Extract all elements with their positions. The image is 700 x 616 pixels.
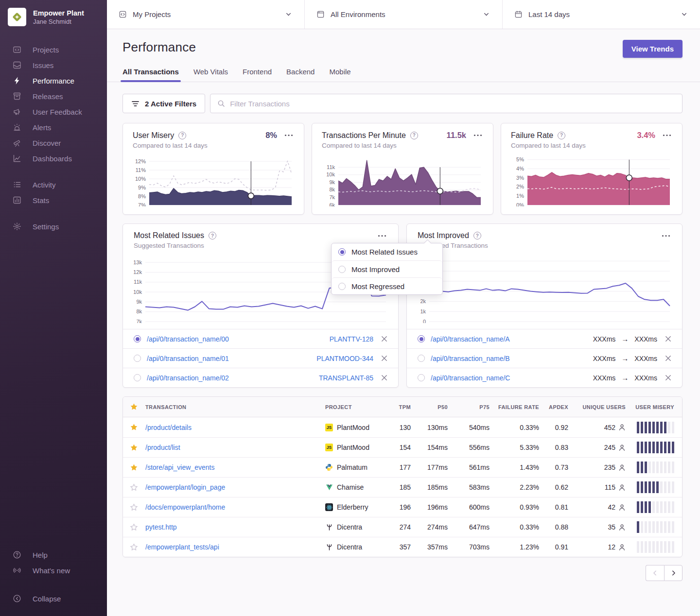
user-misery-chart[interactable]: 12%11%10%9%8%7%: [133, 155, 294, 206]
sidebar-item-stats[interactable]: Stats: [0, 192, 107, 208]
menu-item-most-regressed[interactable]: Most Regressed: [332, 277, 442, 294]
more-options-button[interactable]: [662, 133, 672, 137]
project-cell: Dicentra: [324, 523, 392, 531]
transaction-radio[interactable]: [134, 355, 141, 362]
help-icon[interactable]: ?: [209, 232, 216, 240]
sidebar-item-projects[interactable]: Projects: [0, 42, 107, 57]
star-toggle[interactable]: [123, 423, 144, 431]
star-toggle[interactable]: [123, 543, 144, 551]
column-header[interactable]: APDEX: [544, 404, 573, 410]
star-toggle[interactable]: [123, 503, 144, 512]
transaction-radio[interactable]: [418, 374, 425, 381]
column-header[interactable]: TRANSACTION: [144, 404, 324, 410]
org-switcher[interactable]: Empower Plant Jane Schmidt: [0, 8, 107, 26]
star-toggle[interactable]: [123, 523, 144, 531]
card-title: User Misery: [133, 131, 174, 140]
project-cell: Palmatum: [324, 463, 392, 471]
column-header[interactable]: P75: [453, 404, 494, 410]
help-icon[interactable]: ?: [558, 132, 565, 139]
close-icon[interactable]: [381, 355, 387, 361]
transaction-link[interactable]: /store/api_view_events: [145, 463, 323, 471]
sidebar-item-whats-new[interactable]: What's new: [0, 563, 107, 578]
next-page-button[interactable]: [664, 565, 682, 581]
tab-mobile[interactable]: Mobile: [329, 68, 350, 82]
close-icon[interactable]: [665, 375, 671, 381]
star-toggle[interactable]: [123, 463, 144, 472]
issue-tag-link[interactable]: PLANTTV-128: [330, 335, 373, 343]
column-header[interactable]: UNIQUE USERS: [573, 404, 630, 410]
tab-backend[interactable]: Backend: [286, 68, 315, 82]
help-icon[interactable]: ?: [178, 132, 186, 139]
close-icon[interactable]: [381, 336, 387, 342]
sidebar-item-label: Performance: [33, 77, 74, 85]
transaction-link[interactable]: /api/0/transaction_name/00: [147, 335, 324, 343]
more-options-button[interactable]: [283, 133, 294, 137]
menu-item-most-improved[interactable]: Most Improved: [332, 260, 442, 277]
transaction-link[interactable]: /api/0/transaction_name/01: [147, 355, 311, 362]
user-misery-cell: [630, 422, 682, 433]
sidebar-item-discover[interactable]: Discover: [0, 135, 107, 151]
transaction-radio[interactable]: [418, 335, 425, 342]
view-trends-button[interactable]: View Trends: [623, 40, 682, 58]
tpm-chart[interactable]: 11k10k9k8k7k6k: [322, 155, 483, 206]
transaction-link[interactable]: /docs/empowerplant/home: [145, 503, 323, 511]
issue-tag-link[interactable]: TRANSPLANT-85: [319, 374, 373, 382]
transaction-link[interactable]: /api/0/transaction_name/C: [431, 374, 587, 382]
sidebar-item-activity[interactable]: Activity: [0, 177, 107, 192]
sidebar-item-settings[interactable]: Settings: [0, 219, 107, 234]
column-header[interactable]: USER MISERY: [630, 404, 682, 410]
sidebar-collapse[interactable]: Collapse: [0, 591, 107, 606]
project-selector[interactable]: My Projects: [107, 0, 305, 29]
tab-web-vitals[interactable]: Web Vitals: [193, 68, 228, 82]
menu-radio[interactable]: [338, 283, 346, 290]
tab-all-transactions[interactable]: All Transactions: [122, 68, 179, 82]
star-toggle[interactable]: [123, 444, 144, 452]
column-header[interactable]: P50: [416, 404, 453, 410]
tpm-value: 185: [392, 483, 416, 491]
sidebar-item-help[interactable]: Help: [0, 547, 107, 563]
column-header[interactable]: FAILURE RATE: [494, 404, 544, 410]
menu-item-most-related-issues[interactable]: Most Related Issues: [332, 243, 442, 260]
tab-frontend[interactable]: Frontend: [243, 68, 272, 82]
active-filters-button[interactable]: 2 Active Filters: [122, 94, 205, 113]
transaction-link[interactable]: /api/0/transaction_name/02: [147, 374, 313, 382]
transaction-link[interactable]: /product/list: [145, 444, 323, 451]
star-toggle[interactable]: [123, 483, 144, 492]
help-icon[interactable]: ?: [410, 132, 418, 139]
transaction-link[interactable]: /api/0/transaction_name/A: [431, 335, 587, 343]
environment-selector[interactable]: All Environments: [305, 0, 503, 29]
close-icon[interactable]: [665, 355, 671, 361]
transaction-radio[interactable]: [134, 335, 141, 342]
p50-value: 196ms: [416, 503, 453, 511]
transaction-radio[interactable]: [134, 374, 141, 381]
sidebar-item-alerts[interactable]: Alerts: [0, 120, 107, 135]
widget-menu-button[interactable]: [661, 234, 671, 238]
more-options-button[interactable]: [472, 133, 483, 137]
sidebar-item-user-feedback[interactable]: User Feedback: [0, 104, 107, 120]
sidebar-item-performance[interactable]: Performance: [0, 73, 107, 88]
date-range-selector[interactable]: Last 14 days: [503, 0, 700, 29]
star-column-header[interactable]: [123, 403, 144, 411]
column-header[interactable]: PROJECT: [324, 404, 392, 410]
transaction-link[interactable]: /product/details: [145, 424, 323, 431]
column-header[interactable]: TPM: [392, 404, 416, 410]
close-icon[interactable]: [381, 375, 387, 381]
search-input[interactable]: [230, 100, 675, 108]
sidebar-item-issues[interactable]: Issues: [0, 57, 107, 73]
failure-rate-chart[interactable]: 5%4%3%2%1%0%: [511, 155, 672, 206]
transaction-radio[interactable]: [418, 355, 425, 362]
close-icon[interactable]: [665, 336, 671, 342]
menu-radio[interactable]: [338, 248, 346, 256]
transaction-link[interactable]: pytest.http: [145, 523, 323, 531]
transaction-link[interactable]: /empowerplant/login_page: [145, 483, 323, 491]
issue-tag-link[interactable]: PLANTMOOD-344: [316, 355, 373, 362]
menu-radio[interactable]: [338, 266, 346, 273]
help-icon[interactable]: ?: [473, 232, 481, 240]
widget-menu-button[interactable]: [377, 234, 387, 238]
sidebar-item-dashboards[interactable]: Dashboards: [0, 151, 107, 166]
most-improved-chart[interactable]: 2k1k0: [413, 255, 672, 323]
transaction-link[interactable]: /api/0/transaction_name/B: [431, 355, 587, 362]
transaction-link[interactable]: /empowerplant_tests/api: [145, 543, 323, 551]
sidebar-item-releases[interactable]: Releases: [0, 88, 107, 104]
previous-page-button[interactable]: [646, 565, 664, 581]
